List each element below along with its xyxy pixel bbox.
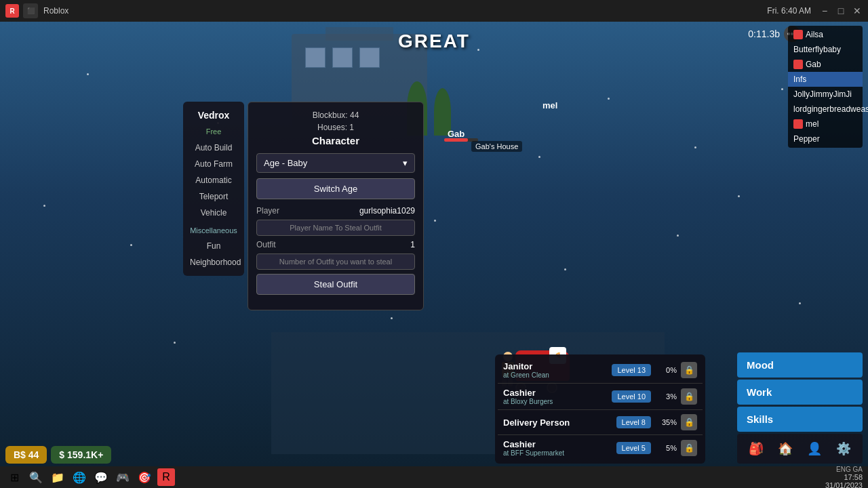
steal-outfit-button[interactable]: Steal Outfit [256,274,415,295]
windows-start-button[interactable]: ⊞ [5,468,23,486]
work-button[interactable]: Work [737,380,863,405]
menu-item-auto-build[interactable]: Auto Build [183,140,244,156]
character-panel: Blockbux: 44 Houses: 1 Character Age - B… [248,102,424,310]
player-name: Gab [806,60,821,69]
job-lock-delivery[interactable]: 🔒 [681,414,697,430]
job-pct-cashier1: 3% [655,392,677,401]
job-level-janitor: Level 13 [612,364,651,376]
player-name: JollyJimmyJimJi [793,89,852,99]
skills-button[interactable]: Skills [737,407,863,432]
job-level-cashier1: Level 10 [612,390,651,403]
player-name: Infs [793,75,806,84]
gab-hp-fill [444,138,468,142]
money-bar: B$ 44 $ 159.1K+ [5,446,111,464]
age-dropdown[interactable]: Age - Baby ▾ [256,153,415,173]
outfit-number-input[interactable]: Number of Outfit you want to steal [256,253,415,270]
taskbar-lang-label: ENG GA [825,466,863,473]
outfit-label: Outfit [256,240,276,249]
age-dropdown-value: Age - Baby [264,158,307,168]
menu-status: Free [183,126,244,140]
player-item[interactable]: Gab [788,57,863,72]
job-name-janitor: Janitor [503,361,608,371]
players-panel: Ailsa Butterflybaby Gab Infs JollyJimmyJ… [788,26,863,148]
job-pct-delivery: 35% [655,418,677,426]
bag-icon[interactable]: 🎒 [745,438,767,460]
outfit-number: 1 [410,240,415,249]
gab-scene-label: Gab [448,129,465,139]
player-item-highlighted[interactable]: Infs [788,72,863,87]
character-title: Character [256,135,415,146]
taskbar-app4[interactable]: 💬 [92,468,110,486]
actions-panel: Mood Work Skills 🎒 🏠 👤 ⚙️ [737,352,863,464]
job-lock-janitor[interactable]: 🔒 [681,362,697,378]
window3 [359,47,380,68]
titlebar-time: Fri. 6:40 AM [767,6,811,16]
roblox-icon2: ⬛ [23,3,38,18]
close-button[interactable]: ✕ [852,5,863,16]
job-row-cashier2: Cashier at BFF Supermarket Level 5 5% 🔒 [498,435,703,461]
taskbar-date: 31/01/2023 [825,481,863,489]
taskbar-app6[interactable]: 🎯 [136,468,153,486]
player-icon-mel [793,119,803,129]
taskbar-app1[interactable]: 🔍 [27,468,45,486]
taskbar-roblox[interactable]: R [157,468,175,486]
settings-icon[interactable]: ⚙️ [833,438,854,460]
building-top [326,27,393,41]
job-lock-cashier2[interactable]: 🔒 [681,440,697,456]
player-icon-ailsa [793,30,803,39]
quick-icons-row: 🎒 🏠 👤 ⚙️ [737,434,863,464]
job-name-cashier1: Cashier [503,388,608,398]
home-icon[interactable]: 🏠 [774,438,796,460]
menu-item-automatic[interactable]: Automatic [183,172,244,188]
blockbux-info: Blockbux: 44 [256,110,415,120]
window2 [332,47,353,68]
menu-item-neighborhood[interactable]: Neighborhood [183,254,244,270]
house-label: Gab's House [471,141,522,152]
player-item[interactable]: Butterflybaby [788,42,863,57]
roblox-logo: R [5,4,19,18]
titlebar: R ⬛ Roblox Fri. 6:40 AM − □ ✕ [0,0,868,22]
player-icon-gab [793,60,803,69]
job-location-cashier1: at Bloxy Burgers [503,398,608,405]
maximize-button[interactable]: □ [835,5,846,16]
cash-badge: $ 159.1K+ [51,446,111,464]
window1 [305,47,326,68]
job-level-delivery: Level 8 [616,416,651,428]
player-name: mel [806,119,818,129]
switch-age-button[interactable]: Switch Age [256,178,415,199]
mood-button[interactable]: Mood [737,352,863,378]
job-row-cashier1: Cashier at Bloxy Burgers Level 10 3% 🔒 [498,384,703,410]
player-item[interactable]: lordgingerbreadweasel [788,102,863,117]
job-lock-cashier1[interactable]: 🔒 [681,388,697,405]
taskbar-app3[interactable]: 🌐 [71,468,88,486]
menu-item-vehicle[interactable]: Vehicle [183,205,244,221]
player-name: Pepper [793,134,820,144]
taskbar-app2[interactable]: 📁 [49,468,66,486]
job-location-cashier2: at BFF Supermarket [503,449,612,457]
person-icon[interactable]: 👤 [804,438,825,460]
job-name-delivery: Delivery Person [503,418,612,428]
player-item[interactable]: mel [788,117,863,131]
taskbar-app5[interactable]: 🎮 [114,468,132,486]
mel-scene-label: mel [542,100,557,110]
job-row-delivery: Delivery Person Level 8 35% 🔒 [498,410,703,435]
menu-item-auto-farm[interactable]: Auto Farm [183,156,244,172]
player-label: Player [256,206,279,216]
job-row-janitor: Janitor at Green Clean Level 13 0% 🔒 [498,357,703,384]
player-item[interactable]: Pepper [788,131,863,146]
taskbar-time: ENG GA 17:58 31/01/2023 [825,466,863,489]
player-item[interactable]: JollyJimmyJimJi [788,87,863,102]
player-name: Butterflybaby [793,45,841,54]
player-name-input[interactable]: Player Name To Steal Outfit [256,220,415,236]
blockbux-badge: B$ 44 [5,446,47,464]
player-name: Ailsa [806,30,823,39]
great-label: GREAT [398,30,470,52]
menu-item-teleport[interactable]: Teleport [183,188,244,205]
minimize-button[interactable]: − [819,5,830,16]
houses-info: Houses: 1 [256,123,415,132]
player-item[interactable]: Ailsa [788,27,863,42]
menu-item-fun[interactable]: Fun [183,238,244,254]
taskbar: ⊞ 🔍 📁 🌐 💬 🎮 🎯 R ENG GA 17:58 31/01/2023 [0,466,868,488]
menu-title: Vedrox [183,107,244,126]
job-location-janitor: at Green Clean [503,371,608,379]
